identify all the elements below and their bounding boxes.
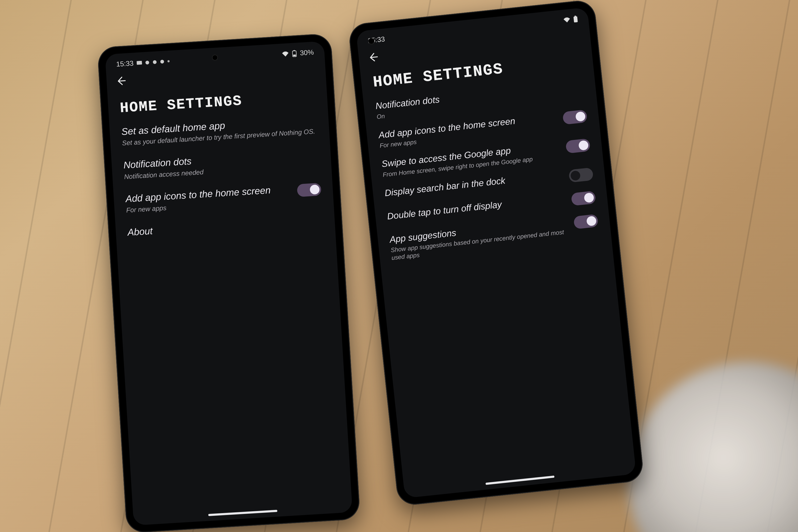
setting-notification-dots[interactable]: Notification dots Notification access ne… bbox=[123, 148, 320, 181]
svg-point-2 bbox=[153, 60, 157, 64]
settings-list: Set as default home app Set as your defa… bbox=[109, 113, 335, 239]
toggle-app-suggestions[interactable] bbox=[573, 214, 598, 229]
svg-rect-8 bbox=[574, 15, 576, 17]
status-message-icon bbox=[136, 61, 142, 65]
battery-icon bbox=[573, 15, 578, 23]
gesture-nav-bar[interactable] bbox=[486, 476, 554, 485]
foreground-blur-object bbox=[628, 362, 798, 532]
back-button[interactable] bbox=[368, 52, 379, 63]
svg-rect-6 bbox=[293, 55, 296, 56]
status-time: 15:33 bbox=[116, 59, 134, 68]
svg-point-1 bbox=[145, 60, 149, 64]
battery-icon bbox=[292, 50, 297, 57]
wifi-icon bbox=[282, 51, 289, 57]
status-more-dot bbox=[167, 60, 169, 62]
phone-device-right: 15:33 HOME SETTINGS Notification dots bbox=[348, 0, 644, 507]
svg-rect-5 bbox=[293, 50, 295, 51]
setting-about[interactable]: About bbox=[127, 215, 323, 238]
phone-left-screen: 15:33 bbox=[105, 41, 353, 526]
svg-rect-7 bbox=[573, 16, 578, 22]
toggle-swipe-google[interactable] bbox=[565, 138, 590, 153]
phone-device-left: 15:33 bbox=[97, 33, 360, 532]
toggle-add-app-icons[interactable] bbox=[297, 183, 322, 197]
toggle-search-bar-dock[interactable] bbox=[568, 167, 594, 183]
settings-list: Notification dots On Add app icons to th… bbox=[363, 78, 611, 263]
toggle-double-tap-off[interactable] bbox=[571, 191, 596, 206]
setting-add-app-icons[interactable]: Add app icons to the home screen For new… bbox=[125, 181, 322, 214]
phone-right-screen: 15:33 HOME SETTINGS Notification dots bbox=[356, 7, 636, 498]
battery-percentage: 30% bbox=[300, 48, 314, 57]
back-button[interactable] bbox=[116, 76, 126, 86]
svg-rect-0 bbox=[136, 61, 142, 65]
gesture-nav-bar[interactable] bbox=[208, 510, 278, 516]
wifi-icon bbox=[563, 17, 571, 23]
svg-point-3 bbox=[160, 60, 164, 63]
setting-label: About bbox=[127, 215, 323, 238]
status-app-icon-3 bbox=[160, 59, 165, 64]
toggle-add-app-icons[interactable] bbox=[562, 109, 588, 125]
status-app-icon bbox=[145, 60, 150, 65]
status-app-icon-2 bbox=[152, 60, 157, 64]
